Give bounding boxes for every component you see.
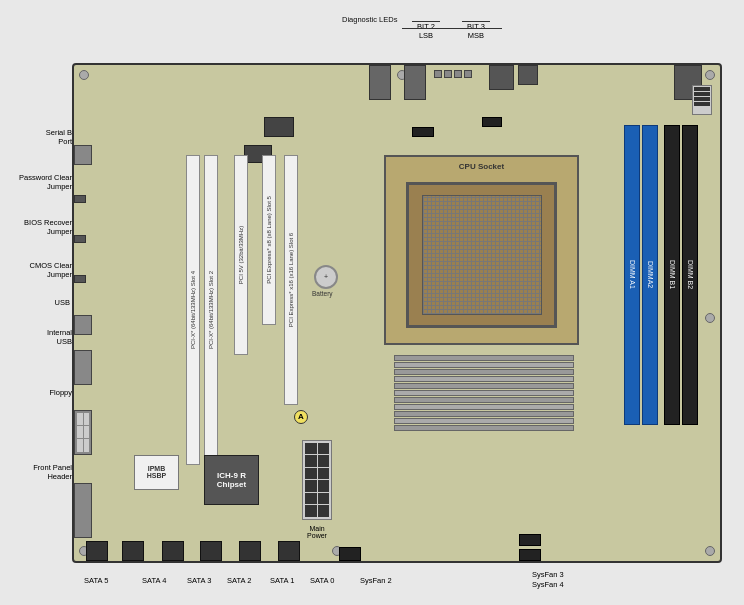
sata5-port xyxy=(86,541,108,561)
main-power-connector xyxy=(302,440,332,520)
serial-b-connector xyxy=(74,145,92,165)
diag-led-line xyxy=(402,28,452,29)
floppy-connector xyxy=(74,410,92,455)
front-panel-connector xyxy=(74,483,92,538)
password-clear-jumper xyxy=(74,195,86,203)
sata1-port xyxy=(239,541,261,561)
vga-connector xyxy=(518,65,538,85)
screw-hole-br xyxy=(705,546,715,556)
pci-5v-slot: PCI 5V (32bit/33MHz) xyxy=(234,155,248,355)
sata4-label: SATA 4 xyxy=(142,576,166,585)
dimm-a1: DIMM A1 xyxy=(624,125,640,425)
cpu-power-connector xyxy=(692,85,712,115)
diagram-container: Diagnostic LEDs BIT 2LSB BIT 3MSB NIC 1U… xyxy=(12,13,732,593)
dimm-b2: DIMM B2 xyxy=(682,125,698,425)
sata3-label: SATA 3 xyxy=(187,576,211,585)
pin-grid xyxy=(422,195,542,315)
internal-usb-label: InternalUSB xyxy=(14,328,72,346)
ipmb-hsbp: IPMBHSBP xyxy=(134,455,179,490)
front-panel-label: Front PanelHeader xyxy=(14,463,72,481)
sata4-port xyxy=(122,541,144,561)
dimm-a2: DIMMA2 xyxy=(642,125,658,425)
sysfan4-header xyxy=(519,549,541,561)
cpu-socket-area: CPU Socket xyxy=(384,155,579,345)
internal-usb-connector xyxy=(74,350,92,385)
heatsink xyxy=(394,355,574,455)
sata2-label: SATA 2 xyxy=(227,576,251,585)
sata0-port xyxy=(278,541,300,561)
floppy-label: Floppy xyxy=(24,388,72,397)
sata5-label: SATA 5 xyxy=(84,576,108,585)
nic1-connector xyxy=(369,65,391,100)
nic-chip-82566 xyxy=(264,117,294,137)
cpu-socket-label: CPU Socket xyxy=(386,162,577,171)
diagnostic-leds-label: Diagnostic LEDs xyxy=(342,15,397,24)
usb-label: USB xyxy=(30,298,70,307)
cmos-clear-jumper xyxy=(74,275,86,283)
password-clear-label: Password ClearJumper xyxy=(14,173,72,191)
screw-hole-mr xyxy=(705,313,715,323)
nic2-connector xyxy=(404,65,426,100)
sysfan3-header xyxy=(519,534,541,546)
bit2-label: BIT 2LSB xyxy=(412,21,440,40)
usb-connector xyxy=(74,315,92,335)
sata0-label: SATA 0 xyxy=(310,576,334,585)
main-power-label: MainPower xyxy=(302,525,332,539)
sysfan2-label: SysFan 2 xyxy=(360,576,392,585)
bios-recover-jumper xyxy=(74,235,86,243)
cpufan1-header xyxy=(412,127,434,137)
pcie-x16-slot6: PCI Express* x16 (x16 Lane) Slot 6 xyxy=(284,155,298,405)
diag-led-line2 xyxy=(452,28,502,29)
sysfan4-label: SysFan 4 xyxy=(532,580,564,589)
screw-hole-tr xyxy=(705,70,715,80)
sata1-label: SATA 1 xyxy=(270,576,294,585)
cmos-clear-label: CMOS ClearJumper xyxy=(14,261,72,279)
motherboard: PCI-X* (64bit/133MHz) Slot 4 PCI-X* (64b… xyxy=(72,63,722,563)
pcie-x8-slot5: PCI Express* x8 (x8 Lane) Slot 5 xyxy=(262,155,276,325)
battery-label: Battery xyxy=(312,290,333,297)
dimm-b1: DIMM B1 xyxy=(664,125,680,425)
screw-hole-tl xyxy=(79,70,89,80)
sysfan1-header xyxy=(482,117,502,127)
pcix-slot4: PCI-X* (64bit/133MHz) Slot 4 xyxy=(186,155,200,465)
serial-b-label: Serial BPort xyxy=(14,128,72,146)
cpu-socket-inner xyxy=(406,182,557,328)
sata2-port xyxy=(200,541,222,561)
slot-a-annotation: A xyxy=(294,410,308,424)
sysfan3-label: SysFan 3 xyxy=(532,570,564,579)
bit3-label: BIT 3MSB xyxy=(462,21,490,40)
led-row xyxy=(434,70,472,78)
pcix-slot2: PCI-X* (64bit/133MHz) Slot 2 xyxy=(204,155,218,465)
ich9r-chipset: ICH-9 RChipset xyxy=(204,455,259,505)
sysfan2-header xyxy=(339,547,361,561)
sata3-port xyxy=(162,541,184,561)
serial-a-connector xyxy=(489,65,514,90)
battery: + xyxy=(314,265,338,289)
bios-recover-label: BIOS RecoverJumper xyxy=(14,218,72,236)
